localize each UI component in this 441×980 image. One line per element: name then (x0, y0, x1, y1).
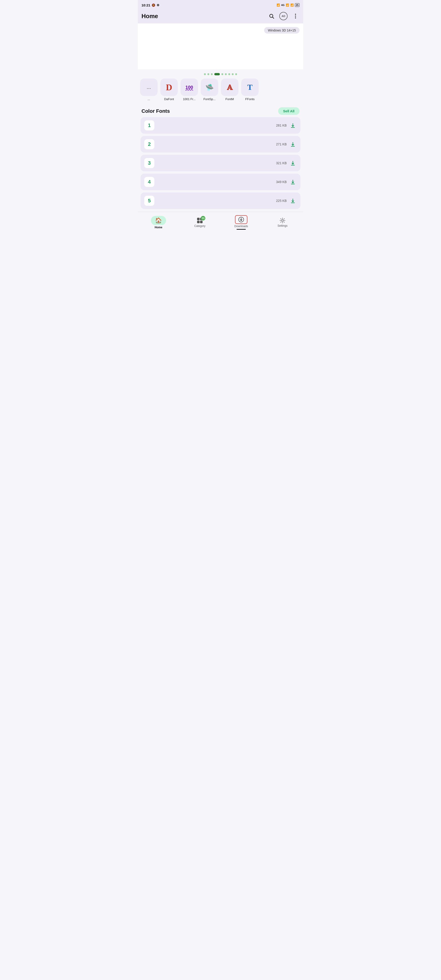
nav-underline-downloads (237, 229, 246, 230)
store-item-partial[interactable]: … ... (140, 78, 158, 101)
svg-point-4 (295, 18, 296, 18)
silent-icon: 🔕 (151, 3, 155, 7)
dot-4-active (214, 73, 220, 75)
store-item-dafont[interactable]: D DaFont (160, 78, 178, 101)
1001fonts-icon: 100 (185, 85, 193, 90)
bottom-nav: 🏠 Home 23 Category Do (138, 212, 303, 232)
fontspace-label: FontSp... (204, 97, 216, 101)
home-icon: 🏠 (155, 217, 162, 224)
font-preview-3 (158, 160, 273, 167)
nav-item-category[interactable]: 23 Category (179, 216, 221, 229)
color-fonts-header: Color Fonts Sell All (138, 103, 303, 117)
battery-display: 25 (295, 3, 299, 7)
font-item-4[interactable]: 4 349 KB (140, 173, 301, 190)
dot-3 (211, 73, 213, 75)
nav-item-downloads[interactable]: Downloads (221, 214, 262, 231)
store-item-fontm[interactable]: 𝔸 FontM (221, 78, 239, 101)
font-number-5: 5 (144, 196, 154, 206)
sell-all-button[interactable]: Sell All (278, 107, 299, 115)
dot-8 (232, 73, 234, 75)
wifi-icon: 📶 (290, 3, 294, 7)
font-meta-4: 349 KB (276, 178, 297, 186)
download-button-5[interactable] (289, 197, 297, 205)
color-fonts-title: Color Fonts (142, 108, 170, 114)
nav-item-home[interactable]: 🏠 Home (138, 215, 179, 230)
font-size-5: 225 KB (276, 199, 287, 202)
font-item-1[interactable]: 1 281 KB (140, 117, 301, 134)
font-size-1: 281 KB (276, 124, 287, 127)
downloads-icon (238, 216, 244, 223)
status-bar: 10:21 🔕 ⚙ 📶 4G 📶 📶 25 (138, 0, 303, 10)
search-button[interactable] (267, 12, 275, 20)
nav-label-downloads: Downloads (234, 224, 248, 228)
status-icons: 📶 4G 📶 📶 25 (277, 3, 299, 7)
font-number-1: 1 (144, 120, 154, 130)
dot-6 (225, 73, 227, 75)
downloads-outline (235, 215, 247, 224)
signal-icon: 📶 (277, 3, 280, 7)
ffonts-label: FFonts (245, 97, 255, 101)
dot-5 (221, 73, 223, 75)
1001fonts-label: 1001 Fr... (183, 97, 196, 101)
fontm-label: FontM (226, 97, 234, 101)
store-row: … ... D DaFont 100 1001 Fr... 🛸 FontSp..… (138, 78, 303, 103)
font-size-4: 349 KB (276, 180, 287, 184)
nav-label-settings: Settings (277, 224, 287, 228)
home-icon-wrap: 🏠 (151, 216, 166, 225)
nav-label-home: Home (154, 226, 162, 229)
download-button-3[interactable] (289, 159, 297, 167)
download-button-2[interactable] (289, 140, 297, 148)
dafont-icon: D (166, 82, 172, 92)
download-button-4[interactable] (289, 178, 297, 186)
dafont-label: DaFont (164, 97, 174, 101)
svg-rect-17 (197, 221, 200, 223)
font-item-3[interactable]: 3 321 KB (140, 155, 301, 171)
fontm-icon: 𝔸 (227, 83, 232, 91)
store-item-fontspace[interactable]: 🛸 FontSp... (200, 78, 219, 101)
svg-line-1 (273, 17, 274, 19)
font-number-4: 4 (144, 177, 154, 187)
font-meta-3: 321 KB (276, 159, 297, 167)
dot-2 (207, 73, 209, 75)
font-preview-4 (158, 178, 273, 185)
settings-status-icon: ⚙ (157, 3, 159, 7)
font-size-2: 271 KB (276, 142, 287, 146)
svg-point-2 (295, 14, 296, 15)
category-icon-wrap: 23 (197, 217, 203, 224)
fontspace-icon: 🛸 (205, 83, 214, 91)
download-button-1[interactable] (289, 121, 297, 129)
settings-icon-wrap (280, 218, 285, 223)
app-title: Home (142, 13, 158, 20)
svg-point-21 (282, 220, 283, 221)
font-preview-5 (158, 197, 273, 204)
dot-9 (235, 73, 237, 75)
4g-label: 4G (281, 4, 285, 6)
store-item-ffonts[interactable]: T FFonts (241, 78, 259, 101)
font-item-5[interactable]: 5 225 KB (140, 192, 301, 209)
banner-badge: Windows 3D 14+15 (264, 27, 299, 33)
font-meta-5: 225 KB (276, 197, 297, 205)
font-number-3: 3 (144, 158, 154, 168)
dot-7 (228, 73, 230, 75)
status-time: 10:21 🔕 ⚙ (142, 3, 159, 7)
font-size-3: 321 KB (276, 161, 287, 165)
more-button[interactable] (291, 12, 299, 20)
time-display: 10:21 (142, 3, 150, 7)
app-bar: Home AD (138, 10, 303, 24)
svg-rect-15 (197, 218, 200, 220)
ad-button[interactable]: AD (279, 12, 288, 20)
signal2-icon: 📶 (286, 3, 289, 7)
font-list: 1 281 KB 2 271 KB (138, 117, 303, 212)
settings-icon (280, 218, 285, 223)
ffonts-icon: T (247, 83, 253, 92)
dot-1 (204, 73, 206, 75)
font-number-2: 2 (144, 139, 154, 149)
font-item-2[interactable]: 2 271 KB (140, 136, 301, 153)
carousel-dots (138, 69, 303, 78)
svg-rect-18 (200, 221, 202, 223)
nav-item-settings[interactable]: Settings (262, 216, 303, 228)
app-bar-actions: AD (267, 12, 299, 20)
font-preview-1 (158, 122, 273, 129)
store-item-1001fonts[interactable]: 100 1001 Fr... (180, 78, 199, 101)
downloads-icon-wrap (238, 216, 244, 223)
